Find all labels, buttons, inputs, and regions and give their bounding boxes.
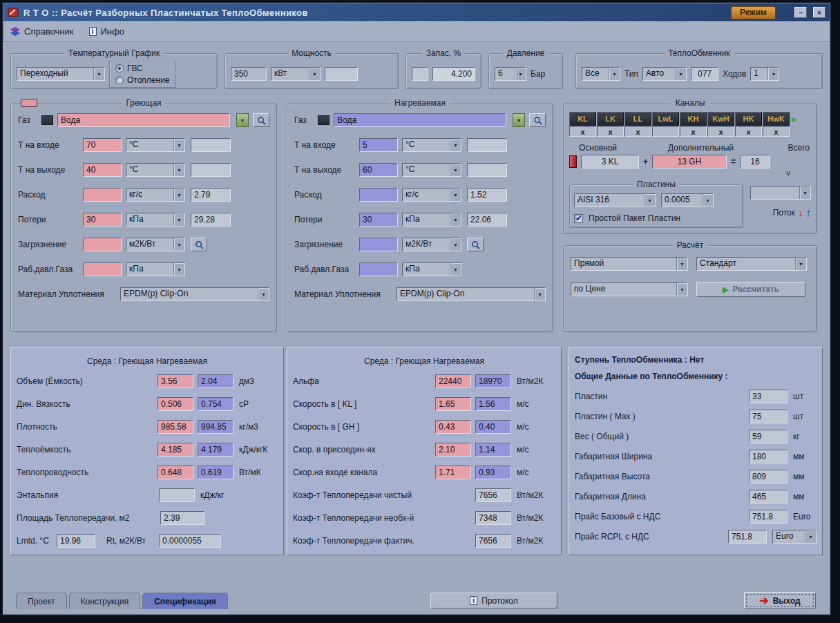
channel-mark-cell[interactable]: x xyxy=(569,126,596,137)
unit-combo[interactable]: кПа▼ xyxy=(402,213,461,227)
chevron-down-icon[interactable]: ▼ xyxy=(702,194,713,207)
cold-gas-checkbox[interactable] xyxy=(318,115,330,125)
rcpl-currency-combo[interactable]: Euro▼ xyxy=(772,530,817,544)
cold-flow-input[interactable] xyxy=(359,188,398,202)
radio-heating-dot[interactable] xyxy=(115,76,124,84)
flow-down-icon[interactable]: ↓ xyxy=(798,208,803,218)
chevron-down-icon[interactable]: ▼ xyxy=(805,530,816,543)
channel-mark-cell[interactable]: x xyxy=(763,126,790,137)
chevron-down-icon[interactable]: ▼ xyxy=(515,68,526,80)
radio-gvs[interactable]: ГВС xyxy=(115,64,170,73)
mode-button[interactable]: Режим xyxy=(731,6,776,19)
channel-mark-cell[interactable]: x xyxy=(680,126,707,137)
unit-combo[interactable]: м2К/Вт▼ xyxy=(126,238,185,251)
chevron-down-icon[interactable]: ▼ xyxy=(644,194,655,207)
close-button[interactable]: × xyxy=(813,7,825,18)
channel-type-cell[interactable]: HwK xyxy=(763,112,790,126)
cold-losses-input[interactable] xyxy=(359,213,398,227)
channel-mark-cell[interactable]: x xyxy=(735,126,762,137)
unit-combo[interactable]: кПа▼ xyxy=(126,213,185,227)
exchanger-passes-combo[interactable]: 1 ▼ xyxy=(750,67,779,81)
temp-graph-combo[interactable]: Переходный ▼ xyxy=(17,67,105,81)
radio-heating[interactable]: Отопление xyxy=(115,75,170,85)
unit-combo[interactable]: кг/с▼ xyxy=(402,188,461,202)
cold-seal-combo[interactable]: EPDM(p) Clip-On▼ xyxy=(397,287,546,301)
cold-gas-pressure-input[interactable] xyxy=(359,262,398,276)
unit-combo[interactable]: °C▼ xyxy=(126,138,185,152)
tab-project[interactable]: Проект xyxy=(16,593,67,609)
unit-combo[interactable]: кПа▼ xyxy=(402,262,461,276)
chevron-down-icon[interactable]: ▼ xyxy=(675,68,686,80)
unit-combo[interactable]: °C▼ xyxy=(126,163,185,177)
chevron-down-icon[interactable]: ▼ xyxy=(450,213,461,226)
chevron-down-icon[interactable]: ▼ xyxy=(173,164,184,176)
hot-tout-input[interactable] xyxy=(83,163,122,177)
channel-direction-toggle[interactable] xyxy=(569,155,577,168)
channel-mark-cell[interactable]: x xyxy=(707,126,734,137)
channel-type-cell[interactable]: KwH xyxy=(707,112,734,126)
unit-combo[interactable]: °C▼ xyxy=(402,163,461,177)
hot-medium-search-button[interactable] xyxy=(253,113,269,127)
chevron-down-icon[interactable]: ▼ xyxy=(609,68,620,80)
cold-medium-dropdown-icon[interactable]: ▼ xyxy=(513,113,525,127)
tab-specification[interactable]: Спецификация xyxy=(142,593,228,609)
cold-tin-input[interactable] xyxy=(359,138,398,152)
channel-type-cell[interactable]: HK xyxy=(735,112,762,126)
chevron-down-icon[interactable]: ▼ xyxy=(93,68,104,80)
hot-seal-combo[interactable]: EPDM(p) Clip-On▼ xyxy=(120,287,269,301)
plate-thickness-combo[interactable]: 0.0005▼ xyxy=(661,193,714,207)
hot-losses-input[interactable] xyxy=(83,213,122,227)
chevron-down-icon[interactable]: ▼ xyxy=(534,288,545,300)
unit-combo[interactable]: кг/с▼ xyxy=(126,188,185,202)
calc-mode-combo[interactable]: Прямой▼ xyxy=(571,257,688,271)
chevron-down-icon[interactable]: ▼ xyxy=(450,238,461,251)
channel-extra-combo[interactable]: ▼ xyxy=(750,186,811,200)
chevron-down-icon[interactable]: ▼ xyxy=(173,263,184,276)
chevron-down-icon[interactable]: ▼ xyxy=(173,213,184,226)
simple-pack-checkbox[interactable]: ✔ xyxy=(574,214,583,223)
cold-tout-input[interactable] xyxy=(359,163,398,177)
hot-medium-input[interactable] xyxy=(57,113,230,127)
channel-type-cell[interactable]: KH xyxy=(680,112,707,126)
exchanger-all-combo[interactable]: Все ▼ xyxy=(582,67,620,81)
channel-type-cell[interactable]: LwL xyxy=(652,112,679,126)
pressure-combo[interactable]: 6 ▼ xyxy=(495,67,526,81)
hot-gas-checkbox[interactable] xyxy=(41,115,53,125)
power-input[interactable] xyxy=(231,67,267,81)
cold-medium-search-button[interactable] xyxy=(529,113,546,127)
exit-button[interactable]: ➔ Выход xyxy=(744,592,816,609)
hot-fouling-input[interactable] xyxy=(83,238,122,251)
channel-type-cell[interactable]: LL xyxy=(624,112,651,126)
chevron-down-icon[interactable]: ▼ xyxy=(450,263,461,276)
chevron-down-icon[interactable]: ▼ xyxy=(799,186,810,199)
chevron-down-icon[interactable]: ▼ xyxy=(676,283,687,296)
unit-combo[interactable]: кПа▼ xyxy=(126,262,185,276)
chevron-down-icon[interactable]: ▼ xyxy=(450,164,461,176)
plate-material-combo[interactable]: AISI 316▼ xyxy=(574,193,656,207)
cold-fouling-search-button[interactable] xyxy=(467,238,484,251)
menu-info[interactable]: i Инфо xyxy=(89,26,124,37)
hot-medium-dropdown-icon[interactable]: ▼ xyxy=(236,113,249,127)
channel-type-cell[interactable]: KL xyxy=(569,112,596,126)
channel-type-cell[interactable]: LK xyxy=(597,112,624,126)
chevron-down-icon[interactable]: ▼ xyxy=(258,288,269,300)
chevron-down-icon[interactable]: ▼ xyxy=(767,68,779,80)
chevron-down-icon[interactable]: ▼ xyxy=(173,238,184,251)
chevron-down-icon[interactable]: ▼ xyxy=(173,189,184,201)
calculate-button[interactable]: ▶ Рассчитать xyxy=(696,282,805,297)
channel-mark-cell[interactable]: x xyxy=(597,126,624,137)
chevron-down-icon[interactable]: ▼ xyxy=(450,139,461,151)
flow-up-icon[interactable]: ↑ xyxy=(806,208,812,218)
exchanger-type-combo[interactable]: Авто ▼ xyxy=(642,67,687,81)
hot-flow-input[interactable] xyxy=(83,188,122,202)
chevron-down-icon[interactable]: ▼ xyxy=(173,139,184,151)
hot-gas-pressure-input[interactable] xyxy=(83,262,122,276)
unit-combo[interactable]: м2К/Вт▼ xyxy=(402,238,461,251)
unit-combo[interactable]: °C▼ xyxy=(402,138,461,152)
channel-mark-cell[interactable] xyxy=(652,126,679,137)
radio-gvs-dot[interactable] xyxy=(115,64,124,73)
chevron-down-icon[interactable]: ▼ xyxy=(676,258,687,270)
protocol-button[interactable]: i Протокол xyxy=(430,593,557,608)
chevron-down-icon[interactable]: ▼ xyxy=(450,189,461,201)
calc-standard-combo[interactable]: Стандарт▼ xyxy=(696,257,807,271)
